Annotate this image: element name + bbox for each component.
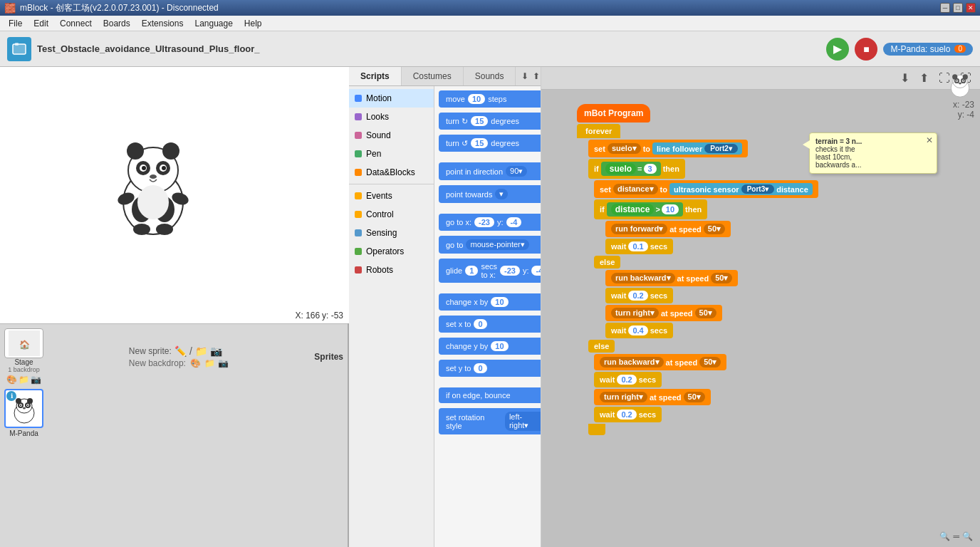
backdrop-paint-icon[interactable]: 🎨 <box>190 358 201 368</box>
backdrop-camera-icon[interactable]: 📷 <box>218 358 229 368</box>
backdrop-upload-icon[interactable]: 📁 <box>204 358 215 368</box>
port3-label[interactable]: Port3▾ <box>741 184 775 194</box>
if-suelo-block[interactable]: if suelo = 3 then <box>588 159 818 179</box>
if-distance-block[interactable]: if distance > 10 then <box>594 199 818 219</box>
block-move[interactable]: move 10 steps <box>439 90 536 111</box>
block-turn-cw[interactable]: turn ↻ 15 degrees <box>439 113 536 133</box>
port2-label[interactable]: Port2▾ <box>704 144 738 153</box>
turn-right-dropdown-2[interactable]: turn right▾ <box>600 392 647 402</box>
menu-edit[interactable]: Edit <box>28 17 54 30</box>
stage-camera-icon[interactable]: 📷 <box>31 375 41 385</box>
stage-thumbnail: 🏠 <box>4 328 43 358</box>
block-glide[interactable]: glide 1 secs to x: -23 y: -4 <box>439 259 536 286</box>
run-backward-dropdown-2[interactable]: run backward▾ <box>600 357 664 368</box>
block-go-to-xy[interactable]: go to x: -23 y: -4 <box>439 214 536 234</box>
speed50-2[interactable]: 50▾ <box>711 273 732 283</box>
category-motion[interactable]: Motion <box>349 89 434 108</box>
block-bounce[interactable]: if on edge, bounce <box>439 387 536 407</box>
category-robots[interactable]: Robots <box>349 261 434 279</box>
stage-sprite[interactable]: 🏠 Stage 1 backdrop 🎨 📁 📷 <box>4 328 43 385</box>
new-sprite-paint-icon[interactable]: ✏️ <box>174 345 187 357</box>
set-distance-block[interactable]: set distance▾ to ultrasonic sensor Port3… <box>594 180 818 198</box>
menu-boards[interactable]: Boards <box>98 17 136 30</box>
category-looks[interactable]: Looks <box>349 108 434 126</box>
tooltip-close-button[interactable]: ✕ <box>926 135 933 145</box>
run-backward-dropdown[interactable]: run backward▾ <box>611 273 675 283</box>
speed50-1[interactable]: 50▾ <box>704 224 725 234</box>
menu-language[interactable]: Language <box>189 17 238 30</box>
stage-backdrops: 1 backdrop <box>8 366 40 373</box>
block-point-direction[interactable]: point in direction 90▾ <box>439 162 536 184</box>
stage-paint-icon[interactable]: 🎨 <box>6 375 17 385</box>
category-data[interactable]: Data&Blocks <box>349 163 434 182</box>
category-sound[interactable]: Sound <box>349 126 434 145</box>
block-go-to[interactable]: go to mouse-pointer▾ <box>439 236 536 257</box>
menu-extensions[interactable]: Extensions <box>136 17 189 30</box>
run-backward-block[interactable]: run backward▾ at speed 50▾ <box>605 270 818 286</box>
speed50-3[interactable]: 50▾ <box>695 308 716 318</box>
distance-dropdown[interactable]: distance▾ <box>613 184 658 194</box>
tab-sounds[interactable]: Sounds <box>464 67 516 85</box>
close-button[interactable]: ✕ <box>966 3 976 13</box>
tab-icon-download[interactable]: ⬇ <box>521 71 528 81</box>
category-sound-label: Sound <box>366 130 391 140</box>
menu-help[interactable]: Help <box>239 17 268 30</box>
wait-04-block[interactable]: wait 0.4 secs <box>605 323 818 338</box>
menu-connect[interactable]: Connect <box>54 17 98 30</box>
green-flag-button[interactable]: ▶ <box>826 38 849 61</box>
hat-block[interactable]: mBot Program <box>577 104 818 123</box>
turn-right-dropdown-1[interactable]: turn right▾ <box>611 308 659 318</box>
zoom-in-button[interactable]: 🔍 <box>962 531 973 541</box>
category-events[interactable]: Events <box>349 187 434 205</box>
speed50-5[interactable]: 50▾ <box>684 392 705 402</box>
canvas-tool-2[interactable]: ⬆ <box>918 70 930 86</box>
block-change-y[interactable]: change y by 10 <box>439 338 536 358</box>
menubar: File Edit Connect Boards Extensions Lang… <box>0 16 980 31</box>
run-backward-block-2[interactable]: run backward▾ at speed 50▾ <box>594 354 818 370</box>
script-canvas[interactable]: mBot Program forever set suelo▾ to line … <box>541 90 980 547</box>
suelo-dropdown[interactable]: suelo▾ <box>608 143 641 154</box>
suelo-val: suelo <box>605 163 636 174</box>
stop-button[interactable]: ■ <box>855 38 877 61</box>
wait-02-block-3[interactable]: wait 0.2 secs <box>594 407 818 422</box>
tab-costumes[interactable]: Costumes <box>402 67 464 85</box>
block-point-towards[interactable]: point towards ▾ <box>439 185 536 207</box>
category-operators[interactable]: Operators <box>349 242 434 261</box>
category-pen[interactable]: Pen <box>349 145 434 163</box>
tab-icon-upload[interactable]: ⬆ <box>533 71 540 81</box>
run-forward-dropdown[interactable]: run forward▾ <box>611 224 667 234</box>
stage-upload-icon[interactable]: 📁 <box>19 375 29 385</box>
new-sprite-upload-icon[interactable]: 📁 <box>195 345 207 357</box>
val-02-1: 0.2 <box>628 291 647 301</box>
menu-file[interactable]: File <box>3 17 28 30</box>
speed50-4[interactable]: 50▾ <box>699 357 721 368</box>
wait-02-label-3: wait 0.2 secs <box>594 407 662 422</box>
block-turn-ccw[interactable]: turn ↺ 15 degrees <box>439 135 536 155</box>
mbot-program-block[interactable]: mBot Program <box>577 104 650 123</box>
turn-right-block-1[interactable]: turn right▾ at speed 50▾ <box>605 305 818 321</box>
category-control[interactable]: Control <box>349 205 434 224</box>
block-rotation-style[interactable]: set rotation style left-right▾ <box>439 408 536 438</box>
set-suelo-block[interactable]: set suelo▾ to line follower Port2▾ <box>588 140 818 157</box>
category-robots-label: Robots <box>366 265 393 275</box>
forever-block[interactable]: forever <box>577 124 818 138</box>
new-sprite-camera-icon[interactable]: 📷 <box>210 345 222 357</box>
run-forward-block[interactable]: run forward▾ at speed 50▾ <box>605 221 818 237</box>
line-follower-block: line follower Port2▾ <box>652 142 742 155</box>
block-set-x[interactable]: set x to 0 <box>439 316 536 336</box>
block-change-x[interactable]: change x by 10 <box>439 293 536 314</box>
zoom-out-button[interactable]: 🔍 <box>939 531 950 541</box>
maximize-button[interactable]: □ <box>953 3 963 13</box>
minimize-button[interactable]: ─ <box>940 3 950 13</box>
wait-02-block-1[interactable]: wait 0.2 secs <box>605 288 818 303</box>
canvas-tool-1[interactable]: ⬇ <box>899 70 911 86</box>
sprite-item-mpanda[interactable]: ℹ <box>4 389 43 437</box>
zoom-reset-button[interactable]: ═ <box>953 531 959 541</box>
wait-02-block-2[interactable]: wait 0.2 secs <box>594 372 818 387</box>
tab-scripts[interactable]: Scripts <box>349 67 402 85</box>
turn-right-block-2[interactable]: turn right▾ at speed 50▾ <box>594 389 818 405</box>
category-sensing[interactable]: Sensing <box>349 224 434 242</box>
block-set-y[interactable]: set y to 0 <box>439 360 536 380</box>
stage-canvas[interactable]: X: 166 y: -53 <box>0 67 349 323</box>
wait-01-block[interactable]: wait 0.1 secs <box>605 239 818 254</box>
